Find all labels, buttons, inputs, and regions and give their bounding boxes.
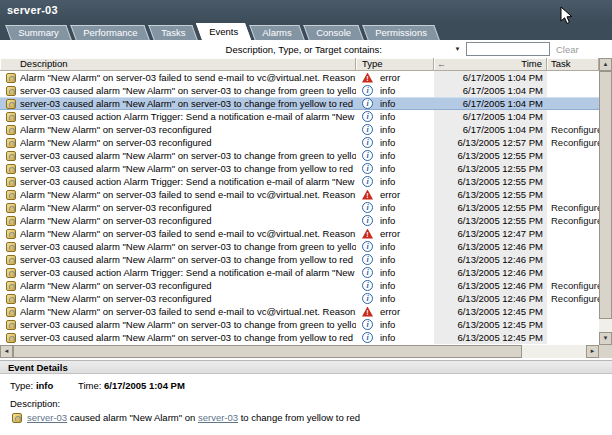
type-icon: !	[362, 229, 373, 239]
type-label: info	[380, 214, 395, 227]
type-icon: i	[362, 98, 373, 109]
horizontal-scrollbar-thumb[interactable]	[13, 345, 522, 358]
event-details-title: Event Details	[8, 362, 68, 373]
type-icon: i	[362, 137, 373, 148]
type-icon: !	[362, 307, 373, 317]
column-header-task[interactable]: Task	[547, 58, 599, 71]
row-time: 6/13/2005 12:55 PM	[434, 214, 547, 227]
table-row[interactable]: server-03 caused alarm "New Alarm" on se…	[0, 331, 599, 344]
table-row[interactable]: Alarm "New Alarm" on server-03 reconfigu…	[0, 279, 599, 292]
row-description-cell: server-03 caused alarm "New Alarm" on se…	[0, 84, 356, 97]
column-header-description[interactable]: Description	[0, 58, 356, 71]
table-row[interactable]: server-03 caused alarm "New Alarm" on se…	[0, 240, 599, 253]
table-row[interactable]: Alarm "New Alarm" on server-03 failed to…	[0, 188, 599, 201]
type-icon: i	[362, 85, 373, 96]
horizontal-scrollbar[interactable]: ◄ ►	[0, 345, 599, 358]
type-icon: i	[362, 241, 373, 252]
row-description-cell: Alarm "New Alarm" on server-03 reconfigu…	[0, 292, 356, 305]
row-description-cell: server-03 caused alarm "New Alarm" on se…	[0, 162, 356, 175]
tab-tasks[interactable]: Tasks	[148, 25, 198, 40]
type-label: info	[380, 84, 395, 97]
table-row[interactable]: server-03 caused action Alarm Trigger: S…	[0, 175, 599, 188]
row-time: 6/13/2005 12:47 PM	[434, 227, 547, 240]
tab-permissions[interactable]: Permissions	[362, 25, 439, 40]
row-time: 6/17/2005 1:04 PM	[434, 123, 547, 136]
type-label: info	[380, 279, 395, 292]
event-icon	[6, 177, 16, 187]
row-task	[547, 188, 599, 201]
tab-performance[interactable]: Performance	[70, 25, 150, 40]
row-description: server-03 caused alarm "New Alarm" on se…	[20, 162, 356, 175]
table-row[interactable]: server-03 caused alarm "New Alarm" on se…	[0, 149, 599, 162]
row-description: server-03 caused alarm "New Alarm" on se…	[20, 318, 356, 331]
clear-button[interactable]: Clear	[556, 44, 579, 55]
row-description-cell: Alarm "New Alarm" on server-03 reconfigu…	[0, 123, 356, 136]
table-row[interactable]: Alarm "New Alarm" on server-03 reconfigu…	[0, 123, 599, 136]
row-type-cell: i info	[356, 201, 434, 214]
tab-events[interactable]: Events	[196, 23, 251, 40]
row-time: 6/13/2005 12:55 PM	[434, 175, 547, 188]
server-link[interactable]: server-03	[198, 412, 238, 423]
table-row[interactable]: server-03 caused action Alarm Trigger: S…	[0, 266, 599, 279]
type-icon: i	[362, 150, 373, 161]
server-link[interactable]: server-03	[27, 412, 67, 423]
row-task	[547, 318, 599, 331]
column-header-type[interactable]: Type	[356, 58, 434, 71]
table-row[interactable]: Alarm "New Alarm" on server-03 reconfigu…	[0, 136, 599, 149]
table-row[interactable]: server-03 caused alarm "New Alarm" on se…	[0, 97, 599, 110]
row-task	[547, 305, 599, 318]
row-time: 6/13/2005 12:55 PM	[434, 188, 547, 201]
type-label: info	[380, 318, 395, 331]
table-row[interactable]: Alarm "New Alarm" on server-03 reconfigu…	[0, 201, 599, 214]
event-icon	[6, 151, 16, 161]
event-icon	[6, 190, 16, 200]
scroll-down-icon[interactable]: ▼	[599, 332, 612, 345]
row-type-cell: i info	[356, 292, 434, 305]
row-time: 6/17/2005 1:04 PM	[434, 84, 547, 97]
details-type-value: info	[36, 380, 53, 391]
row-type-cell: i info	[356, 266, 434, 279]
type-label: info	[380, 292, 395, 305]
scroll-left-icon[interactable]: ◄	[0, 345, 13, 358]
row-type-cell: i info	[356, 149, 434, 162]
filter-dropdown-icon[interactable]: ▼	[452, 45, 463, 54]
row-type-cell: i info	[356, 110, 434, 123]
filter-row: Description, Type, or Target contains: ▼…	[0, 40, 612, 58]
row-time: 6/13/2005 12:46 PM	[434, 266, 547, 279]
scroll-right-icon[interactable]: ►	[586, 345, 599, 358]
sort-arrow-icon: ←	[437, 58, 446, 70]
details-description-line: server-03 caused alarm "New Alarm" on se…	[12, 412, 360, 423]
table-row[interactable]: Alarm "New Alarm" on server-03 failed to…	[0, 71, 599, 84]
table-row[interactable]: server-03 caused alarm "New Alarm" on se…	[0, 253, 599, 266]
table-row[interactable]: Alarm "New Alarm" on server-03 reconfigu…	[0, 292, 599, 305]
row-type-cell: ! error	[356, 227, 434, 240]
column-header-time[interactable]: ← Time	[434, 58, 547, 71]
row-type-cell: i info	[356, 175, 434, 188]
row-type-cell: i info	[356, 214, 434, 227]
table-row[interactable]: server-03 caused action Alarm Trigger: S…	[0, 110, 599, 123]
table-row[interactable]: server-03 caused alarm "New Alarm" on se…	[0, 162, 599, 175]
vertical-scrollbar-thumb[interactable]	[599, 71, 612, 319]
row-task	[547, 71, 599, 84]
type-icon: i	[362, 176, 373, 187]
row-task	[547, 240, 599, 253]
table-row[interactable]: server-03 caused alarm "New Alarm" on se…	[0, 318, 599, 331]
table-row[interactable]: Alarm "New Alarm" on server-03 reconfigu…	[0, 214, 599, 227]
table-row[interactable]: Alarm "New Alarm" on server-03 failed to…	[0, 305, 599, 318]
tab-console[interactable]: Console	[303, 25, 363, 40]
tab-summary[interactable]: Summary	[5, 25, 71, 40]
row-time: 6/13/2005 12:55 PM	[434, 162, 547, 175]
type-label: error	[380, 305, 400, 318]
table-row[interactable]: Alarm "New Alarm" on server-03 failed to…	[0, 227, 599, 240]
tab-bar: SummaryPerformanceTasksEventsAlarmsConso…	[8, 23, 441, 40]
row-task	[547, 162, 599, 175]
type-icon: i	[362, 319, 373, 330]
row-time: 6/13/2005 12:46 PM	[434, 253, 547, 266]
tab-alarms[interactable]: Alarms	[250, 25, 305, 40]
type-label: info	[380, 110, 395, 123]
filter-input[interactable]	[466, 42, 550, 56]
tab-label: Events	[210, 24, 239, 40]
table-row[interactable]: server-03 caused alarm "New Alarm" on se…	[0, 84, 599, 97]
vertical-scrollbar[interactable]: ▲ ▼	[599, 58, 612, 345]
scroll-up-icon[interactable]: ▲	[599, 58, 612, 71]
